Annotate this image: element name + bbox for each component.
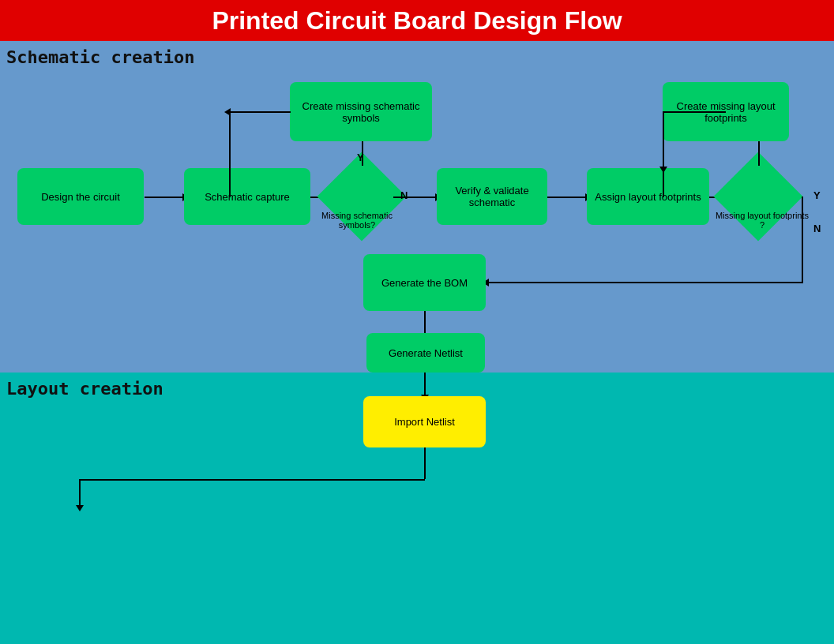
arrow-loop-h [229, 111, 291, 113]
arrow-n2-h [487, 282, 803, 283]
generate-netlist-box: Generate Netlist [366, 333, 485, 373]
arrow-n2-v [802, 197, 803, 282]
schematic-section: Schematic creation Design the circuit Sc… [0, 41, 834, 373]
page-title: Printed Circuit Board Design Flow [212, 6, 622, 36]
title-bar: Printed Circuit Board Design Flow [0, 0, 834, 41]
arrow-6 [424, 311, 426, 335]
arrow-loop2-h [663, 111, 726, 113]
arrow-loop2-v [663, 111, 664, 197]
generate-bom-box: Generate the BOM [363, 254, 486, 311]
arrow-import-left [79, 479, 425, 481]
diamond-2-label: Missing layout footprints ? [715, 211, 810, 230]
diamond-1-label: Missing schematic symbols? [317, 211, 396, 230]
layout-label: Layout creation [6, 379, 163, 399]
arrow-3 [393, 197, 437, 198]
verify-schematic-box: Verify & validate schematic [437, 168, 547, 225]
layout-section: Layout creation Import Netlist Determine… [0, 373, 834, 644]
create-missing-symbols-box: Create missing schematic symbols [290, 82, 432, 141]
arrow-loop-v [229, 111, 231, 197]
symbols-n-label: N [400, 189, 408, 201]
import-netlist-box: Import Netlist [363, 396, 486, 447]
schematic-label: Schematic creation [6, 47, 194, 67]
arrow-import-down [424, 447, 426, 479]
assign-footprints-box: Assign layout footprints [587, 168, 709, 225]
arrow-netlist-down [424, 373, 426, 396]
schematic-capture-box: Schematic capture [184, 168, 310, 225]
footprints-y-label: Y [813, 189, 821, 201]
footprints-n-label: N [813, 223, 821, 234]
arrow-4 [547, 197, 587, 198]
design-circuit-box: Design the circuit [17, 168, 144, 225]
arrow-1 [145, 197, 184, 198]
arrow-loop2-down-end [663, 163, 664, 168]
arrow-import-down2 [79, 479, 81, 507]
